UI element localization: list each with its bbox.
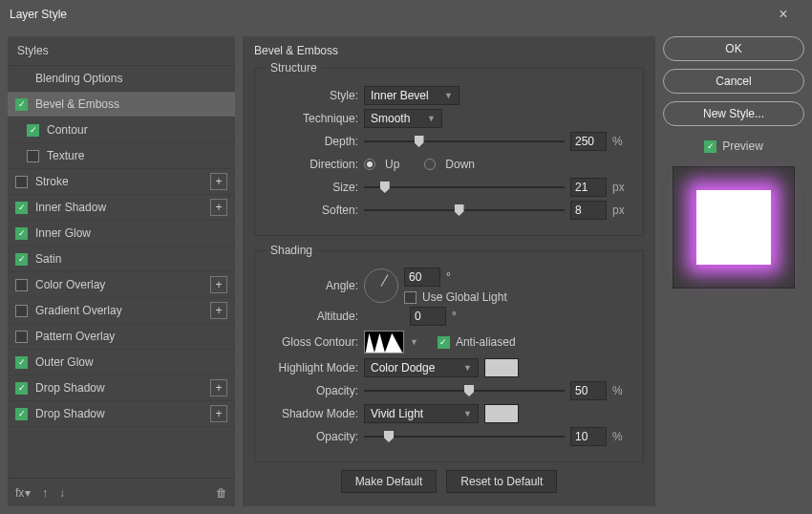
styles-footer: fx ▾ ↑ ↓ 🗑	[8, 478, 235, 506]
style-checkbox[interactable]	[15, 382, 28, 395]
style-checkbox[interactable]	[15, 356, 28, 369]
shadow-opacity-slider[interactable]	[364, 428, 565, 445]
global-light-checkbox[interactable]	[404, 291, 417, 304]
add-instance-icon[interactable]: +	[210, 199, 227, 216]
style-item-blending-options[interactable]: Blending Options	[8, 66, 235, 92]
style-checkbox[interactable]	[27, 124, 39, 137]
style-item-inner-glow[interactable]: Inner Glow	[8, 221, 235, 246]
style-checkbox[interactable]	[15, 176, 28, 188]
chevron-down-icon: ▼	[427, 114, 436, 123]
style-item-label: Drop Shadow	[35, 381, 210, 395]
highlight-color-swatch[interactable]	[484, 358, 519, 377]
style-item-texture[interactable]: Texture	[8, 143, 235, 169]
window-title: Layer Style	[10, 8, 764, 21]
effect-settings: Bevel & Emboss Structure Style: Inner Be…	[243, 36, 655, 506]
shadow-mode-dropdown[interactable]: Vivid Light▼	[364, 404, 479, 423]
direction-down-radio[interactable]	[424, 159, 436, 170]
highlight-mode-dropdown[interactable]: Color Dodge▼	[364, 358, 479, 377]
cancel-button[interactable]: Cancel	[663, 69, 804, 94]
style-item-contour[interactable]: Contour	[8, 118, 235, 143]
style-item-bevel-emboss[interactable]: Bevel & Emboss	[8, 92, 235, 118]
style-item-label: Bevel & Emboss	[35, 97, 227, 111]
style-item-label: Texture	[47, 149, 227, 162]
reset-default-button[interactable]: Reset to Default	[446, 470, 557, 493]
style-item-label: Drop Shadow	[35, 407, 210, 420]
add-instance-icon[interactable]: +	[210, 173, 227, 190]
preview-thumbnail	[673, 166, 795, 289]
chevron-down-icon: ▼	[444, 91, 453, 100]
add-instance-icon[interactable]: +	[210, 302, 227, 319]
style-item-satin[interactable]: Satin	[8, 246, 235, 272]
style-item-label: Inner Shadow	[35, 201, 210, 214]
gloss-contour-picker[interactable]	[364, 331, 404, 353]
preview-checkbox[interactable]	[704, 140, 716, 153]
style-item-label: Stroke	[35, 175, 210, 188]
add-instance-icon[interactable]: +	[210, 405, 227, 422]
add-instance-icon[interactable]: +	[210, 379, 227, 396]
dialog-actions: OK Cancel New Style... Preview	[663, 36, 804, 506]
soften-slider[interactable]	[364, 202, 565, 219]
add-instance-icon[interactable]: +	[210, 276, 227, 293]
titlebar: Layer Style ×	[0, 0, 812, 29]
style-item-outer-glow[interactable]: Outer Glow	[8, 350, 235, 375]
size-slider[interactable]	[364, 179, 565, 196]
style-checkbox[interactable]	[15, 305, 28, 317]
style-item-label: Gradient Overlay	[35, 304, 210, 317]
panel-heading: Bevel & Emboss	[254, 44, 644, 57]
depth-slider[interactable]	[364, 133, 565, 150]
styles-header[interactable]: Styles	[8, 36, 235, 66]
close-icon[interactable]: ×	[764, 6, 802, 23]
altitude-input[interactable]: 0	[410, 307, 446, 326]
technique-dropdown[interactable]: Smooth▼	[364, 109, 442, 128]
style-item-gradient-overlay[interactable]: Gradient Overlay+	[8, 298, 235, 324]
depth-input[interactable]: 250	[570, 132, 607, 151]
style-item-label: Blending Options	[35, 72, 227, 85]
style-item-drop-shadow[interactable]: Drop Shadow+	[8, 375, 235, 401]
style-item-inner-shadow[interactable]: Inner Shadow+	[8, 195, 235, 221]
style-checkbox[interactable]	[15, 202, 28, 214]
style-checkbox[interactable]	[15, 253, 28, 266]
style-item-label: Inner Glow	[35, 226, 227, 240]
style-item-label: Color Overlay	[35, 278, 210, 291]
highlight-opacity-slider[interactable]	[364, 382, 565, 399]
highlight-opacity-input[interactable]: 50	[570, 381, 607, 400]
size-input[interactable]: 21	[570, 178, 607, 197]
make-default-button[interactable]: Make Default	[341, 470, 438, 493]
structure-group: Structure Style: Inner Bevel▼ Technique:…	[254, 61, 644, 236]
shadow-color-swatch[interactable]	[484, 404, 519, 423]
soften-input[interactable]: 8	[570, 201, 607, 220]
style-item-color-overlay[interactable]: Color Overlay+	[8, 272, 235, 298]
arrow-up-icon[interactable]: ↑	[42, 486, 48, 500]
arrow-down-icon[interactable]: ↓	[59, 486, 65, 500]
style-item-drop-shadow[interactable]: Drop Shadow+	[8, 401, 235, 427]
style-checkbox[interactable]	[15, 279, 28, 291]
style-checkbox[interactable]	[15, 331, 28, 343]
fx-menu-icon[interactable]: fx ▾	[15, 486, 31, 500]
angle-dial[interactable]	[364, 268, 398, 303]
style-checkbox[interactable]	[15, 98, 28, 111]
style-item-label: Pattern Overlay	[35, 330, 227, 343]
style-item-label: Contour	[47, 123, 227, 137]
chevron-down-icon: ▼	[463, 409, 472, 418]
shading-group: Shading Angle: 60 ° Use Global Light Alt…	[254, 244, 644, 462]
style-item-label: Satin	[35, 252, 227, 266]
shadow-opacity-input[interactable]: 10	[570, 427, 607, 446]
new-style-button[interactable]: New Style...	[663, 101, 804, 126]
style-item-stroke[interactable]: Stroke+	[8, 169, 235, 195]
styles-panel: Styles Blending OptionsBevel & EmbossCon…	[8, 36, 235, 506]
chevron-down-icon: ▼	[463, 363, 472, 373]
angle-input[interactable]: 60	[404, 268, 440, 287]
style-item-pattern-overlay[interactable]: Pattern Overlay	[8, 324, 235, 350]
style-label: Style:	[267, 89, 358, 102]
style-item-label: Outer Glow	[35, 355, 227, 369]
style-checkbox[interactable]	[27, 150, 39, 162]
direction-up-radio[interactable]	[364, 159, 375, 170]
style-checkbox[interactable]	[15, 227, 28, 240]
chevron-down-icon[interactable]: ▼	[410, 337, 418, 347]
trash-icon[interactable]: 🗑	[216, 486, 227, 500]
style-dropdown[interactable]: Inner Bevel▼	[364, 86, 459, 105]
style-checkbox[interactable]	[15, 408, 28, 420]
anti-aliased-checkbox[interactable]	[438, 336, 450, 349]
ok-button[interactable]: OK	[663, 36, 804, 61]
